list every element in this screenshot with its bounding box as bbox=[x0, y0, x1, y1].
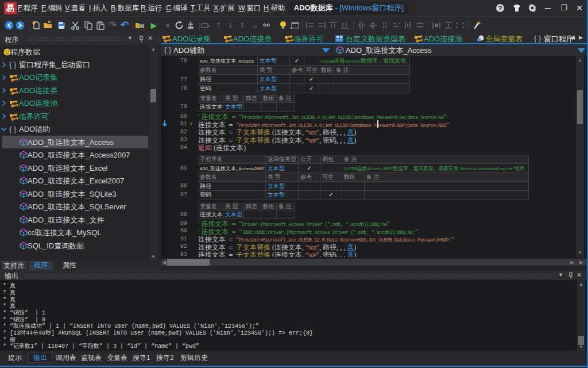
svg-text:?: ? bbox=[498, 5, 502, 12]
